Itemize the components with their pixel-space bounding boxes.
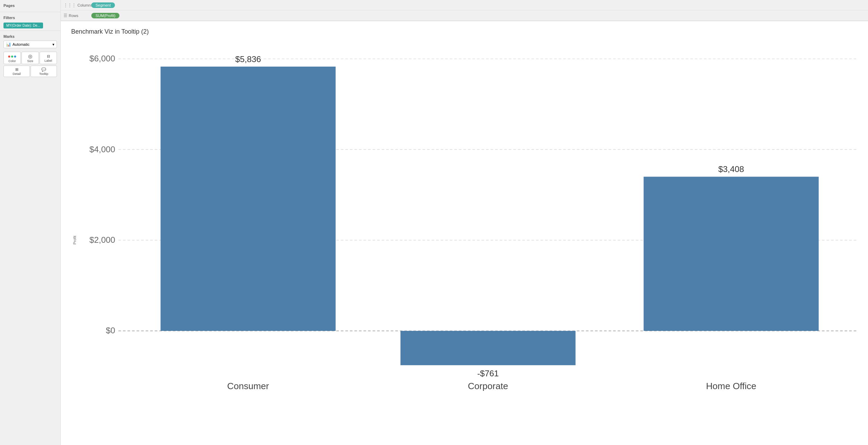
chart-container: Profit <box>71 42 858 438</box>
marks-label: Marks <box>3 34 57 38</box>
rows-label: Rows <box>69 14 78 18</box>
columns-shelf: ⋮⋮⋮ Columns Segment <box>61 0 868 10</box>
viz-area: Benchmark Viz in Tooltip (2) Profit <box>61 21 868 445</box>
rows-pill[interactable]: SUM(Profit) <box>91 13 119 18</box>
size-icon: ◎ <box>28 54 32 59</box>
rows-icon: ☰ <box>64 13 67 18</box>
svg-text:$6,000: $6,000 <box>89 54 115 63</box>
bar-corporate[interactable] <box>400 331 575 365</box>
detail-label: Detail <box>12 72 20 76</box>
chart-inner: $6,000 $4,000 $2,000 $0 $5,836 -$761 <box>80 42 858 438</box>
tooltip-icon: 💬 <box>41 68 46 71</box>
columns-icon: ⋮⋮⋮ <box>64 3 76 8</box>
bar-chart-icon: 📊 <box>6 42 11 47</box>
svg-text:Corporate: Corporate <box>468 381 508 391</box>
bar-homeoffice[interactable] <box>644 177 819 331</box>
color-button[interactable]: ●●● Color <box>3 52 21 64</box>
chevron-down-icon: ▾ <box>52 42 55 47</box>
filter-chip[interactable]: MY(Order Date): De... <box>3 23 43 28</box>
viz-title: Benchmark Viz in Tooltip (2) <box>71 28 858 35</box>
tooltip-label: Tooltip <box>39 72 48 76</box>
marks-type-dropdown[interactable]: 📊 Automatic ▾ <box>3 41 57 48</box>
main-area: ⋮⋮⋮ Columns Segment ☰ Rows SUM(Profit) B… <box>61 0 868 445</box>
svg-text:-$761: -$761 <box>477 369 499 378</box>
pages-label: Pages <box>3 3 57 8</box>
size-label: Size <box>27 59 33 63</box>
columns-label: Columns <box>77 3 92 7</box>
shelf: ⋮⋮⋮ Columns Segment ☰ Rows SUM(Profit) <box>61 0 868 21</box>
tooltip-button[interactable]: 💬 Tooltip <box>31 66 57 77</box>
svg-text:$2,000: $2,000 <box>89 235 115 245</box>
label-icon: ⊟ <box>47 54 50 58</box>
color-icon: ●●● <box>8 54 16 59</box>
svg-text:$0: $0 <box>106 326 115 335</box>
marks-section: Marks 📊 Automatic ▾ ●●● Color ◎ Size ⊟ L… <box>0 31 60 80</box>
sidebar: Pages Filters MY(Order Date): De... Mark… <box>0 0 61 445</box>
pages-section: Pages <box>0 0 60 12</box>
svg-text:$4,000: $4,000 <box>89 145 115 154</box>
size-button[interactable]: ◎ Size <box>22 52 39 64</box>
columns-label-area: ⋮⋮⋮ Columns <box>64 3 91 8</box>
detail-button[interactable]: ⊞ Detail <box>3 66 30 77</box>
chart-svg: $6,000 $4,000 $2,000 $0 $5,836 -$761 <box>80 42 858 438</box>
label-label: Label <box>44 59 52 62</box>
rows-label-area: ☰ Rows <box>64 13 91 18</box>
marks-buttons-grid2: ⊞ Detail 💬 Tooltip <box>3 66 57 77</box>
bar-consumer[interactable] <box>160 67 335 331</box>
label-button[interactable]: ⊟ Label <box>40 52 57 64</box>
filters-section: Filters MY(Order Date): De... <box>0 12 60 31</box>
y-axis-label: Profit <box>71 42 78 438</box>
columns-pill[interactable]: Segment <box>91 2 115 8</box>
detail-icon: ⊞ <box>15 68 18 71</box>
rows-shelf: ☰ Rows SUM(Profit) <box>61 10 868 21</box>
marks-type-label: Automatic <box>12 42 30 46</box>
svg-text:$5,836: $5,836 <box>235 54 261 64</box>
filters-label: Filters <box>3 16 57 20</box>
svg-text:$3,408: $3,408 <box>718 164 744 174</box>
marks-buttons-grid: ●●● Color ◎ Size ⊟ Label <box>3 52 57 64</box>
svg-text:Home Office: Home Office <box>706 381 756 391</box>
color-label: Color <box>8 59 16 63</box>
svg-text:Consumer: Consumer <box>227 381 269 391</box>
